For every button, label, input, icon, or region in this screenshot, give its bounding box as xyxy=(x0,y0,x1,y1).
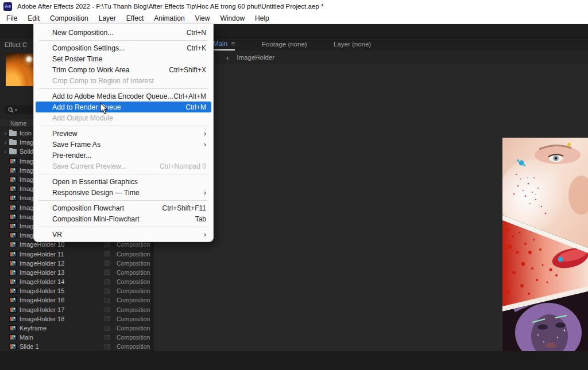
composition-row-imageholder-15[interactable]: ImageHolder 15Composition xyxy=(0,286,150,295)
label-color-chip[interactable] xyxy=(105,344,110,349)
menubar-item-effect[interactable]: Effect xyxy=(121,13,149,24)
menu-item-label: Composition Mini-Flowchart xyxy=(52,215,195,223)
menu-item-pre-render[interactable]: Pre-render... xyxy=(34,150,213,161)
expand-chevron-icon[interactable]: › xyxy=(2,130,9,137)
viewer-tab-label: Layer (none) xyxy=(334,41,371,48)
composition-row-main[interactable]: MainComposition xyxy=(0,333,150,342)
submenu-arrow-icon: › xyxy=(204,188,206,197)
breadcrumb-back-icon[interactable]: ‹ xyxy=(226,53,229,62)
menu-item-trim-comp-to-work-area[interactable]: Trim Comp to Work AreaCtrl+Shift+X xyxy=(34,64,213,75)
label-color-chip[interactable] xyxy=(105,316,110,321)
menubar-item-window[interactable]: Window xyxy=(215,13,250,24)
menu-item-vr[interactable]: VR› xyxy=(34,229,213,240)
menubar-item-file[interactable]: File xyxy=(1,13,22,24)
label-color-chip[interactable] xyxy=(105,289,110,294)
expand-chevron-icon[interactable]: › xyxy=(2,149,9,155)
composition-viewport xyxy=(154,64,588,351)
composition-row-keyframe[interactable]: KeyframeComposition xyxy=(0,324,150,333)
folder-icon xyxy=(9,131,17,136)
composition-icon xyxy=(9,325,17,331)
composition-icon xyxy=(9,251,17,257)
composition-icon xyxy=(9,307,17,313)
item-type: Composition xyxy=(117,278,150,285)
label-color-chip[interactable] xyxy=(105,270,110,275)
composition-icon xyxy=(9,195,17,201)
label-color-chip[interactable] xyxy=(105,307,110,312)
menu-item-label: Save Frame As xyxy=(52,141,204,149)
item-type: Composition xyxy=(117,287,150,294)
composition-icon xyxy=(9,288,17,294)
menu-item-preview[interactable]: Preview› xyxy=(34,128,213,139)
viewer-tab-label: Footage (none) xyxy=(262,41,307,48)
menu-item-composition-flowchart[interactable]: Composition FlowchartCtrl+Shift+F11 xyxy=(34,202,213,213)
viewer-breadcrumb-row: ‹ ImageHolder xyxy=(154,50,588,64)
bottom-bar xyxy=(0,351,588,370)
title-bar: Ae Adobe After Effects 2022 - F:\Tu Than… xyxy=(0,0,588,13)
menu-item-shortcut: Ctrl+Alt+M xyxy=(173,92,206,100)
menubar-item-layer[interactable]: Layer xyxy=(94,13,121,24)
menubar-item-view[interactable]: View xyxy=(190,13,215,24)
composition-menu: New Composition...Ctrl+NComposition Sett… xyxy=(33,24,214,242)
menu-item-composition-settings[interactable]: Composition Settings...Ctrl+K xyxy=(34,42,213,53)
label-color-chip[interactable] xyxy=(105,298,110,303)
menubar-item-animation[interactable]: Animation xyxy=(149,13,189,24)
menubar-item-help[interactable]: Help xyxy=(250,13,274,24)
expand-chevron-icon[interactable]: › xyxy=(2,139,9,146)
composition-row-imageholder-16[interactable]: ImageHolder 16Composition xyxy=(0,295,150,305)
menu-separator xyxy=(39,200,208,201)
folder-icon xyxy=(9,140,17,145)
composition-row-imageholder-12[interactable]: ImageHolder 12Composition xyxy=(0,259,150,268)
composition-row-imageholder-13[interactable]: ImageHolder 13Composition xyxy=(0,268,150,277)
viewer-tab-footage-none[interactable]: Footage (none) xyxy=(262,38,307,50)
composition-icon xyxy=(9,242,17,247)
composition-icon xyxy=(9,214,17,220)
breadcrumb: ImageHolder xyxy=(237,54,274,61)
menu-item-set-poster-time[interactable]: Set Poster Time xyxy=(34,53,213,64)
menubar-item-edit[interactable]: Edit xyxy=(22,13,45,24)
panel-menu-icon[interactable]: ≡ xyxy=(231,40,235,48)
menu-item-label: Responsive Design — Time xyxy=(52,189,204,197)
menu-item-save-current-preview: Save Current Preview...Ctrl+Numpad 0 xyxy=(34,161,213,172)
menu-item-new-composition[interactable]: New Composition...Ctrl+N xyxy=(34,27,213,38)
menu-item-save-frame-as[interactable]: Save Frame As› xyxy=(34,139,213,150)
composition-row-imageholder-11[interactable]: ImageHolder 11Composition xyxy=(0,249,150,258)
menu-item-label: Open in Essential Graphics xyxy=(52,178,206,186)
composition-row-imageholder-14[interactable]: ImageHolder 14Composition xyxy=(0,277,150,286)
menu-item-composition-mini-flowchart[interactable]: Composition Mini-FlowchartTab xyxy=(34,213,213,224)
composition-row-imageholder-17[interactable]: ImageHolder 17Composition xyxy=(0,305,150,314)
composition-icon xyxy=(9,158,17,164)
menu-item-responsive-design-time[interactable]: Responsive Design — Time› xyxy=(34,187,213,198)
label-color-chip[interactable] xyxy=(105,260,110,266)
label-color-chip[interactable] xyxy=(105,326,110,331)
composition-row-slide-1[interactable]: Slide 1Composition xyxy=(0,342,150,351)
menubar-item-composition[interactable]: Composition xyxy=(45,13,94,24)
composition-row-imageholder-18[interactable]: ImageHolder 18Composition xyxy=(0,314,150,324)
menu-item-shortcut: Ctrl+M xyxy=(185,103,206,111)
item-type: Composition xyxy=(117,260,150,267)
menu-item-label: Add Output Module xyxy=(52,114,206,122)
label-color-chip[interactable] xyxy=(105,251,110,256)
item-type: Composition xyxy=(117,325,150,332)
search-scope-caret-icon: ▾ xyxy=(15,108,17,112)
item-name: ImageHolder 11 xyxy=(20,251,105,258)
label-color-chip[interactable] xyxy=(105,279,110,285)
viewer-tab-row: Composition Main≡Footage (none)Layer (no… xyxy=(154,38,588,50)
menu-item-shortcut: Ctrl+Shift+X xyxy=(169,66,206,74)
label-color-chip[interactable] xyxy=(105,242,110,247)
tab-effect-controls[interactable]: Effect C xyxy=(5,41,27,48)
menu-item-open-in-essential-graphics[interactable]: Open in Essential Graphics xyxy=(34,176,213,187)
menu-item-add-to-render-queue[interactable]: Add to Render QueueCtrl+M xyxy=(36,102,211,112)
menu-item-add-to-adobe-media-encoder-queue[interactable]: Add to Adobe Media Encoder Queue...Ctrl+… xyxy=(34,91,213,102)
viewer-tab-layer-none[interactable]: Layer (none) xyxy=(334,38,371,50)
item-name: ImageHolder 17 xyxy=(20,306,105,313)
composition-icon xyxy=(9,270,17,275)
submenu-arrow-icon: › xyxy=(204,129,206,138)
menu-item-shortcut: Ctrl+Numpad 0 xyxy=(160,162,206,170)
item-name: Main xyxy=(20,334,105,341)
after-effects-app-icon: Ae xyxy=(3,2,12,11)
mouse-cursor xyxy=(100,103,109,117)
menu-separator xyxy=(39,126,208,126)
composition-icon xyxy=(9,297,17,303)
item-name: ImageHolder 14 xyxy=(20,278,105,285)
label-color-chip[interactable] xyxy=(105,335,110,340)
